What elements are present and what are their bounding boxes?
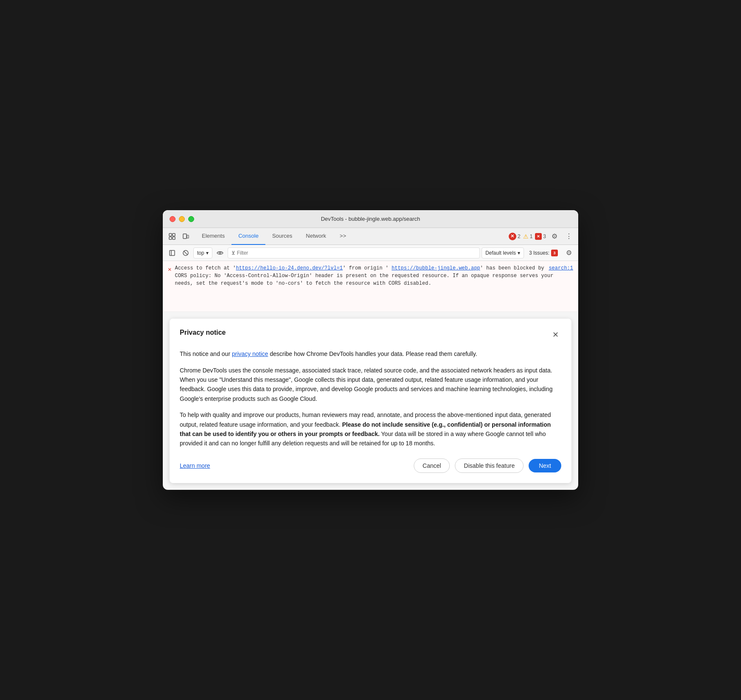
settings-icon[interactable]: ⚙ — [549, 231, 560, 242]
privacy-header: Privacy notice ✕ — [180, 329, 561, 341]
sidebar-toggle-icon[interactable] — [166, 247, 178, 259]
error-origin-link[interactable]: https://bubble-jingle.web.app — [392, 265, 480, 271]
level-value: Default levels — [485, 250, 516, 256]
error-badge: ✕ — [509, 233, 516, 240]
eye-icon[interactable] — [214, 247, 226, 259]
context-selector[interactable]: top ▾ — [193, 247, 212, 258]
tab-network[interactable]: Network — [299, 228, 333, 245]
devtools-window: DevTools - bubble-jingle.web.app/search — [163, 210, 578, 490]
tab-console[interactable]: Console — [231, 228, 265, 245]
error-count: 2 — [518, 233, 521, 239]
paragraph1-after: describe how Chrome DevTools handles you… — [268, 350, 477, 357]
error-badge-group: ✕ 2 — [509, 233, 521, 240]
next-button[interactable]: Next — [529, 459, 561, 472]
svg-rect-4 — [183, 234, 187, 239]
issue-count: 3 — [543, 233, 546, 239]
privacy-body: This notice and our privacy notice descr… — [180, 349, 561, 448]
error-text: Access to fetch at 'https://hello-io-24.… — [175, 264, 573, 308]
svg-rect-0 — [169, 233, 172, 236]
tab-icons — [166, 231, 192, 242]
chevron-down-icon: ▾ — [518, 250, 520, 256]
maximize-button[interactable] — [188, 216, 194, 222]
cancel-button[interactable]: Cancel — [414, 458, 450, 473]
console-toolbar: top ▾ ⊻ Default levels ▾ 3 Issues: 3 ⚙ — [163, 245, 578, 261]
tab-more[interactable]: >> — [333, 228, 353, 245]
privacy-title: Privacy notice — [180, 329, 226, 336]
clear-icon[interactable] — [180, 247, 192, 259]
privacy-modal: Privacy notice ✕ This notice and our pri… — [170, 319, 571, 483]
inspector-icon[interactable] — [166, 231, 178, 242]
learn-more-link[interactable]: Learn more — [180, 462, 210, 469]
context-value: top — [197, 250, 204, 256]
titlebar: DevTools - bubble-jingle.web.app/search — [163, 210, 578, 228]
chevron-down-icon: ▾ — [206, 250, 209, 256]
disable-feature-button[interactable]: Disable this feature — [455, 458, 524, 473]
svg-rect-6 — [170, 250, 175, 256]
svg-point-10 — [219, 252, 221, 254]
svg-rect-2 — [169, 237, 172, 239]
privacy-paragraph-1: This notice and our privacy notice descr… — [180, 349, 561, 358]
warning-count: 1 — [530, 233, 533, 239]
svg-line-9 — [184, 251, 187, 255]
error-url-link[interactable]: https://hello-io-24.deno.dev/?lvl=1 — [236, 265, 343, 271]
svg-rect-3 — [173, 237, 175, 239]
issue-badge: ✕ — [535, 233, 542, 240]
console-error-area: ✕ Access to fetch at 'https://hello-io-2… — [163, 261, 578, 312]
privacy-footer: Learn more Cancel Disable this feature N… — [180, 458, 561, 473]
window-title: DevTools - bubble-jingle.web.app/search — [321, 216, 420, 222]
tab-sources[interactable]: Sources — [265, 228, 299, 245]
warning-badge-group: ⚠ 1 — [523, 233, 533, 240]
svg-rect-1 — [173, 233, 175, 236]
error-mid: ' from origin ' — [343, 265, 392, 271]
issue-badge-group: ✕ 3 — [535, 233, 546, 240]
privacy-paragraph-2: Chrome DevTools uses the console message… — [180, 366, 561, 404]
error-source-link[interactable]: search:1 — [549, 264, 573, 272]
close-button[interactable] — [170, 216, 176, 222]
tab-right-icons: ✕ 2 ⚠ 1 ✕ 3 ⚙ ⋮ — [509, 231, 575, 242]
privacy-notice-link[interactable]: privacy notice — [232, 350, 268, 357]
devtools-tabbar: Elements Console Sources Network >> ✕ 2 … — [163, 228, 578, 245]
close-button[interactable]: ✕ — [549, 329, 561, 341]
console-settings-icon[interactable]: ⚙ — [563, 247, 575, 259]
traffic-lights — [170, 216, 194, 222]
tab-elements[interactable]: Elements — [195, 228, 231, 245]
svg-rect-5 — [187, 235, 189, 238]
privacy-paragraph-3: To help with quality and improve our pro… — [180, 410, 561, 448]
issues-count-badge: 3 — [551, 250, 558, 256]
issues-badge: 3 Issues: 3 — [526, 250, 561, 256]
filter-icon: ⊻ — [231, 250, 235, 256]
filter-input[interactable] — [237, 250, 476, 256]
device-icon[interactable] — [180, 231, 192, 242]
warning-icon: ⚠ — [523, 233, 529, 240]
level-selector[interactable]: Default levels ▾ — [482, 247, 524, 258]
error-prefix: Access to fetch at ' — [175, 265, 236, 271]
paragraph1-before: This notice and our — [180, 350, 232, 357]
issues-label: 3 Issues: — [529, 250, 549, 256]
minimize-button[interactable] — [179, 216, 185, 222]
more-options-icon[interactable]: ⋮ — [563, 231, 575, 242]
error-icon: ✕ — [168, 265, 171, 308]
filter-box[interactable]: ⊻ — [228, 247, 480, 258]
